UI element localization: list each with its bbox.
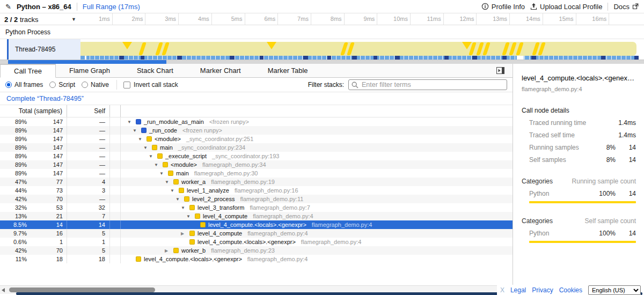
track-thread-row: Thread-78495 <box>0 39 644 60</box>
collapse-icon[interactable]: ▼ <box>175 197 184 202</box>
timeline-ruler[interactable]: 1ms2ms3ms4ms5ms6ms7ms8ms9ms10ms11ms12ms1… <box>80 13 644 25</box>
table-row[interactable]: 89%147—▼<module>_sync_coordinator.py:251 <box>0 135 513 143</box>
table-row[interactable]: 89%147—▼_run_code<frozen runpy> <box>0 126 513 135</box>
thread-name: Thread-78495 <box>15 46 55 53</box>
footer-link-cookies[interactable]: Cookies <box>559 286 582 294</box>
table-row[interactable]: 8.5%1414▼level_4_compute.<locals>.<genex… <box>0 220 513 229</box>
collapse-icon[interactable]: ▼ <box>170 188 179 193</box>
category-python-icon <box>152 145 157 150</box>
expand-icon[interactable]: ▶ <box>165 248 173 253</box>
collapse-icon[interactable]: ▼ <box>181 205 189 210</box>
table-row[interactable]: 0.6%11▼level_4_compute.<locals>.<genexpr… <box>0 238 513 246</box>
table-row[interactable]: 42%705▶worker_bflamegraph_demo.py:23 <box>0 246 513 255</box>
call-tree: 89%147—▼_run_module_as_main<frozen runpy… <box>0 117 513 263</box>
docs-link[interactable]: Docs <box>613 3 639 11</box>
category-python-icon <box>157 153 163 159</box>
collapse-icon[interactable]: ▼ <box>159 171 168 176</box>
profile-name[interactable]: Python – x86_64 <box>17 3 71 11</box>
ruler-tick-label: 10ms <box>378 16 408 22</box>
footer-link-x[interactable]: X <box>500 286 504 294</box>
frame-name: _execute_script <box>165 153 207 159</box>
collapse-icon[interactable]: ▼ <box>165 180 173 185</box>
sidebar-toggle-icon <box>496 67 504 74</box>
table-row[interactable]: 42%70—▼level_2_processflamegraph_demo.py… <box>0 195 513 203</box>
tracks-count-label: 2 / 2 tracks <box>4 16 71 24</box>
checkbox-box <box>123 82 130 88</box>
pencil-icon[interactable]: ✎ <box>5 3 11 11</box>
column-header-self[interactable]: Self <box>67 105 110 117</box>
table-row[interactable]: 32%5332▼level_3_transformflamegraph_demo… <box>0 203 513 212</box>
collapse-icon[interactable]: ▼ <box>186 214 195 219</box>
timeline-scrollbar-thumb[interactable] <box>8 60 166 64</box>
footer-link-privacy[interactable]: Privacy <box>532 286 553 294</box>
tab-flame-graph[interactable]: Flame Graph <box>56 64 123 77</box>
thread-activity-track[interactable] <box>80 39 644 60</box>
marker-slash-icon <box>482 42 491 55</box>
radio-all-frames[interactable]: All frames <box>5 81 43 88</box>
table-row[interactable]: 89%147—▼<module>flamegraph_demo.py:34 <box>0 160 513 169</box>
breadcrumb-row: Complete “Thread-78495” <box>0 92 513 105</box>
scroll-left-arrow-icon[interactable] <box>2 288 5 292</box>
table-row[interactable]: 13%217▼level_4_computeflamegraph_demo.py… <box>0 212 513 220</box>
sample-cluster <box>177 56 182 60</box>
footer-link-legal[interactable]: Legal <box>510 286 526 294</box>
sidebar-toggle-button[interactable] <box>495 67 505 75</box>
collapse-icon[interactable]: ▼ <box>154 163 163 167</box>
table-row[interactable]: 89%147—▼_run_module_as_main<frozen runpy… <box>0 117 513 126</box>
category-python-icon <box>163 162 168 167</box>
expand-icon[interactable]: ▶ <box>181 231 189 236</box>
tab-stack-chart[interactable]: Stack Chart <box>123 64 187 77</box>
ruler-tick-label: 2ms <box>113 16 143 22</box>
invert-call-stack-checkbox[interactable]: Invert call stack <box>123 81 178 88</box>
categories-heading: CategoriesRunning sample count <box>522 178 636 185</box>
breadcrumb[interactable]: Complete “Thread-78495” <box>6 95 84 102</box>
tab-marker-table[interactable]: Marker Table <box>254 64 321 77</box>
upload-button[interactable]: Upload Local Profile <box>530 3 602 11</box>
track-python-process[interactable]: Python Process <box>0 25 644 39</box>
sample-cluster <box>374 56 377 60</box>
call-tree-controls: All framesScriptNative Invert call stack… <box>0 78 513 92</box>
ruler-tick-label: 16ms <box>576 16 606 22</box>
category-python-icon <box>179 188 184 193</box>
collapse-icon[interactable]: ▼ <box>138 137 147 142</box>
timeline-scrollbar[interactable] <box>0 60 644 64</box>
timeline-ruler-row: 2 / 2 tracks ▼ 1ms2ms3ms4ms5ms6ms7ms8ms9… <box>0 13 644 25</box>
detail-row: Traced running time1.4ms <box>522 119 636 127</box>
tab-marker-chart[interactable]: Marker Chart <box>187 64 254 77</box>
column-header-total[interactable]: Total (samples) <box>0 105 67 117</box>
sample-cluster <box>634 56 639 60</box>
ruler-tick-label: 12ms <box>444 16 474 22</box>
category-python-icon <box>195 213 200 219</box>
table-row[interactable]: 89%147—▼_execute_script_sync_coordinator… <box>0 152 513 160</box>
filter-stacks-input[interactable] <box>348 79 507 90</box>
table-row[interactable]: 89%147—▼main_sync_coordinator.py:234 <box>0 143 513 152</box>
selected-node-location: flamegraph_demo.py:4 <box>522 86 636 92</box>
call-node-details: Traced running time1.4msTraced self time… <box>522 119 636 164</box>
collapse-icon[interactable]: ▼ <box>149 154 157 159</box>
radio-label: All frames <box>14 81 43 88</box>
call-tree-scrollbar-thumb[interactable] <box>9 287 155 292</box>
track-thread-label[interactable]: Thread-78495 <box>9 39 80 60</box>
table-row[interactable]: 47%774▼worker_aflamegraph_demo.py:19 <box>0 178 513 186</box>
table-row[interactable]: 44%733▼level_1_analyzeflamegraph_demo.py… <box>0 186 513 195</box>
collapse-icon[interactable]: ▼ <box>127 120 136 124</box>
upload-icon <box>530 3 537 10</box>
collapse-icon[interactable]: ▼ <box>143 145 152 150</box>
full-range-link[interactable]: Full Range (17ms) <box>83 3 140 11</box>
table-row[interactable]: 9.7%165▶level_4_computeflamegraph_demo.p… <box>0 229 513 238</box>
tracks-dropdown[interactable]: 2 / 2 tracks ▼ <box>0 13 80 25</box>
collapse-icon[interactable]: ▼ <box>133 128 141 133</box>
ruler-tick-label: 13ms <box>477 16 507 22</box>
ruler-tick-label: 9ms <box>345 16 375 22</box>
table-row[interactable]: 11%1818▼level_4_compute.<locals>.<genexp… <box>0 255 513 263</box>
radio-native[interactable]: Native <box>82 81 109 88</box>
table-row[interactable]: 89%147—▼mainflamegraph_demo.py:30 <box>0 169 513 178</box>
frame-name: worker_b <box>181 247 206 254</box>
radio-script[interactable]: Script <box>49 81 75 88</box>
profile-info-button[interactable]: Profile Info <box>481 3 525 11</box>
marker-slash-icon <box>138 42 147 55</box>
marker-slash-icon <box>509 42 517 55</box>
tab-call-tree[interactable]: Call Tree <box>0 64 56 78</box>
language-select[interactable]: English (US) <box>588 285 641 295</box>
frame-location: _sync_coordinator.py:193 <box>212 153 279 159</box>
